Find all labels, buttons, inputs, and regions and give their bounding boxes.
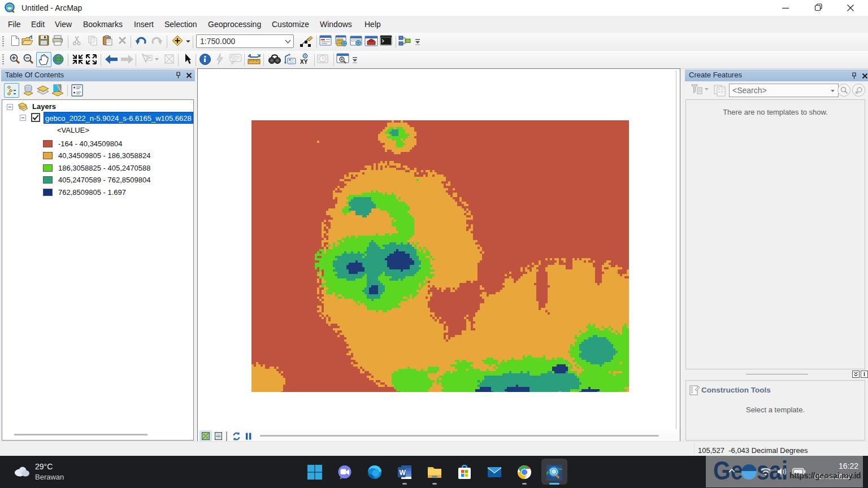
svg-text:W: W	[400, 469, 406, 477]
svg-text:XY: XY	[300, 59, 308, 65]
